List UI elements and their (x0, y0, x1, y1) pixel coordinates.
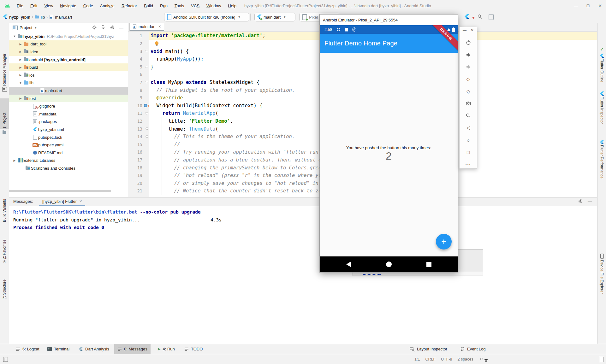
toolbar-extra-icon[interactable] (489, 14, 494, 20)
emu-back-button[interactable]: ◁ (460, 122, 477, 134)
tree-row-metadata[interactable]: .metadata (9, 110, 128, 118)
menu-vcs[interactable]: VCS (187, 3, 203, 8)
tree-row-idea[interactable]: ▶.idea (9, 48, 128, 56)
flutter-icon[interactable] (599, 53, 604, 58)
toolwindow-tab-4-run[interactable]: ▶4: Run (155, 344, 178, 354)
menu-help[interactable]: Help (224, 3, 240, 8)
intention-bulb-icon[interactable] (155, 41, 158, 45)
close-icon[interactable]: ✕ (594, 3, 606, 8)
tree-row-pubspec-yaml[interactable]: YMLpubspec.yaml (9, 141, 128, 149)
menu-code[interactable]: Code (80, 3, 97, 8)
tab-main-dart[interactable]: main.dart ✕ (129, 23, 164, 31)
toolwindow-tab-event-log[interactable]: Event Log (457, 344, 489, 354)
sidebar-tab-resource-manager[interactable]: Resource Manager (0, 49, 9, 86)
menu-tools[interactable]: Tools (171, 3, 187, 8)
menu-view[interactable]: View (41, 3, 56, 8)
nav-home-button[interactable] (386, 261, 392, 267)
emu-volume-up-button[interactable] (460, 49, 477, 61)
maximize-icon[interactable]: □ (582, 3, 594, 8)
menu-navigate[interactable]: Navigate (56, 3, 80, 8)
nav-overview-button[interactable] (426, 262, 431, 267)
horizontal-scrollbar[interactable] (9, 190, 111, 192)
emulator-title-bar[interactable]: Android Emulator - Pixel_2_API_29:5554 (320, 15, 458, 25)
emu-camera-button[interactable] (460, 97, 477, 110)
toolwindow-tab-terminal[interactable]: >_Terminal (44, 344, 73, 354)
device-selector-dropdown[interactable]: Android SDK built for x86 (mobile) ▼ (164, 13, 249, 21)
sidebar-tab-flutter-outline[interactable]: Flutter Outline (597, 59, 606, 86)
inspections-ok-icon[interactable]: ✓ (599, 47, 604, 52)
reader-mode-icon[interactable] (599, 357, 603, 362)
emu-volume-down-button[interactable] (460, 61, 477, 73)
breadcrumb-project[interactable]: hyzp_yibin (9, 15, 30, 20)
minimize-icon[interactable]: — (463, 28, 466, 32)
close-tab-icon[interactable]: ✕ (79, 199, 82, 203)
tree-row-android[interactable]: ▶android [hyzp_yibin_android] (9, 56, 128, 64)
tree-expand-icon[interactable]: ▶ (18, 66, 23, 69)
flutter-icon[interactable] (599, 139, 604, 144)
tree-row-pubspec-lock[interactable]: pubspec.lock (9, 133, 128, 141)
tree-row-hyzp-yibin-iml[interactable]: hyzp_yibin.iml (9, 126, 128, 133)
breadcrumb-dir[interactable]: lib (41, 15, 45, 20)
tree-expand-icon[interactable]: ▶ (18, 58, 23, 61)
tree-row-test[interactable]: ▶test (9, 95, 128, 103)
emu-zoom-button[interactable] (460, 110, 477, 122)
emu-overview-button[interactable]: □ (460, 146, 477, 158)
tree-expand-icon[interactable]: ▶ (12, 159, 17, 162)
toolwindow-tab-todo[interactable]: TODO (181, 344, 206, 354)
tree-row-lib[interactable]: ▼lib (9, 79, 128, 87)
sidebar-tab-2-favorites[interactable]: 2: Favorites (0, 228, 9, 259)
flutter-attach-icon[interactable] (465, 14, 469, 20)
tree-row-build[interactable]: ▶build (9, 63, 128, 71)
increment-fab-button[interactable]: + (436, 234, 452, 250)
sidebar-tab-1-project[interactable]: 1: Project (0, 98, 9, 129)
nav-back-button[interactable] (346, 261, 351, 267)
run-config-dropdown[interactable]: main.dart ▼ (254, 13, 295, 21)
status-crlf[interactable]: CRLF (425, 357, 436, 361)
menu-refactor[interactable]: Refactor (118, 3, 140, 8)
menu-run[interactable]: Run (157, 3, 171, 8)
close-tab-icon[interactable]: ✕ (158, 25, 161, 29)
sidebar-tab-flutter-performance[interactable]: Flutter Performance (597, 145, 606, 182)
menu-file[interactable]: File (13, 3, 27, 8)
tree-row-gitignore[interactable]: .gitignore (9, 102, 128, 110)
widgets-icon[interactable] (2, 87, 7, 92)
tree-row-packages[interactable]: .packages (9, 118, 128, 126)
sidebar-tab-device-file-explorer[interactable]: Device File Explorer (597, 260, 606, 298)
override-marker-icon[interactable]: o↑ (144, 103, 150, 108)
sidebar-tab-build-variants[interactable]: Build Variants (0, 187, 9, 222)
tree-collapse-icon[interactable]: ▼ (12, 35, 17, 38)
tree-collapse-icon[interactable]: ▼ (18, 81, 23, 85)
minimize-icon[interactable]: — (570, 3, 582, 8)
sidebar-tab-7-structure[interactable]: 7: Structure (0, 271, 9, 299)
status-utf-8[interactable]: UTF-8 (441, 357, 452, 361)
settings-gear-icon[interactable] (110, 25, 115, 31)
toolwindow-tab-layout-inspector[interactable]: Layout Inspector (407, 344, 450, 354)
menu-build[interactable]: Build (140, 3, 157, 8)
tree-row-external-libraries[interactable]: ▶External Libraries (9, 157, 128, 165)
emu-power-button[interactable] (460, 37, 477, 49)
close-icon[interactable]: ✕ (471, 28, 474, 32)
folder-icon[interactable] (2, 130, 7, 135)
settings-gear-icon[interactable] (578, 199, 583, 204)
tree-row-scratches-and-consoles[interactable]: Scratches and Consoles (9, 164, 128, 172)
collapse-all-icon[interactable] (101, 25, 105, 30)
favorites-star-icon[interactable]: ★ (2, 259, 7, 264)
menu-analyze[interactable]: Analyze (97, 3, 118, 8)
tree-row-dart-tool[interactable]: ▶.dart_tool (9, 40, 128, 48)
tree-row-readme-md[interactable]: ↓README.md (9, 149, 128, 157)
hide-panel-icon[interactable]: — (119, 25, 123, 30)
locate-icon[interactable] (92, 25, 97, 31)
emu-rotate-left-button[interactable]: ◇ (460, 73, 477, 85)
toolwindow-tab-6-logcat[interactable]: 6: Logcat (13, 344, 43, 354)
console-link[interactable]: R:\Flutter\FlutterSDK\flutter\bin\flutte… (13, 209, 137, 214)
tree-expand-icon[interactable]: ▶ (18, 50, 23, 53)
tree-expand-icon[interactable]: ▶ (18, 43, 23, 46)
tree-row-hyzp-yibin[interactable]: ▼hyzp_yibinR:\FlutterProject\FlutterProj… (9, 32, 128, 40)
tree-expand-icon[interactable]: ▶ (18, 73, 23, 77)
menu-edit[interactable]: Edit (27, 3, 41, 8)
device-icon[interactable] (599, 254, 604, 259)
sidebar-tab-flutter-inspector[interactable]: Flutter Inspector (597, 97, 606, 127)
breadcrumb-file[interactable]: main.dart (55, 15, 72, 20)
project-view-dropdown[interactable]: Project ▼ (13, 25, 37, 30)
toolwindow-toggle-icon[interactable] (3, 357, 8, 362)
